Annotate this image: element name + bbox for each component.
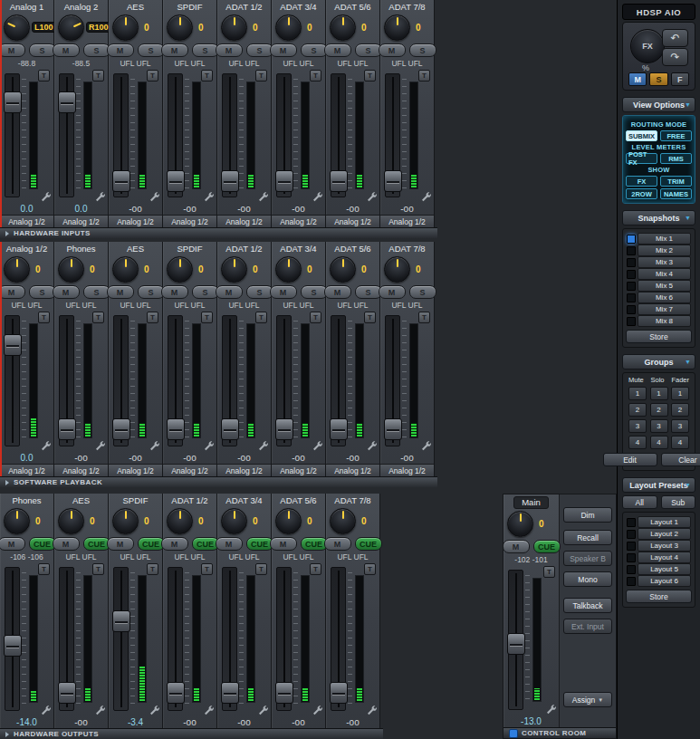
cr-talkback-button[interactable]: Talkback <box>563 598 612 613</box>
fader-handle[interactable] <box>275 682 293 704</box>
wrench-icon[interactable] <box>203 439 215 451</box>
fader-track[interactable] <box>113 73 129 197</box>
channel-knob[interactable] <box>4 256 30 283</box>
channel-knob[interactable] <box>507 511 533 537</box>
trim-button[interactable]: T <box>364 312 376 323</box>
trim-button[interactable]: T <box>38 563 50 575</box>
view-option-fx[interactable]: FX <box>626 176 657 187</box>
section-header-software-playback[interactable]: SOFTWARE PLAYBACK <box>0 476 437 487</box>
fader-track[interactable] <box>276 73 292 197</box>
fader-handle[interactable] <box>4 334 22 356</box>
mute-button[interactable]: M <box>0 537 25 551</box>
wrench-icon[interactable] <box>149 190 160 202</box>
cue-button[interactable]: CUE <box>355 537 382 551</box>
group-mute-2-button[interactable]: 2 <box>628 403 647 417</box>
fader-handle[interactable] <box>275 418 293 440</box>
cr-mono-button[interactable]: Mono <box>563 571 612 587</box>
mute-button[interactable]: M <box>161 537 188 551</box>
fader-handle[interactable] <box>507 633 525 655</box>
trim-button[interactable]: T <box>147 70 158 82</box>
wrench-icon[interactable] <box>366 190 378 202</box>
trim-button[interactable]: T <box>418 70 430 82</box>
view-option-post-fx[interactable]: POST FX <box>626 153 657 164</box>
trim-button[interactable]: T <box>92 312 104 323</box>
channel-knob[interactable] <box>4 508 30 534</box>
fader-handle[interactable] <box>330 682 348 704</box>
fader-handle[interactable] <box>330 418 348 440</box>
cr-recall-button[interactable]: Recall <box>563 530 612 545</box>
group-solo-1-button[interactable]: 1 <box>650 387 668 400</box>
fader-track[interactable] <box>59 73 74 197</box>
wrench-icon[interactable] <box>312 439 323 451</box>
snapshots-header[interactable]: Snapshots ▼ <box>622 210 695 226</box>
fader-track[interactable] <box>222 315 237 446</box>
channel-knob[interactable] <box>384 14 410 41</box>
trim-button[interactable]: T <box>418 312 430 323</box>
output-assignment[interactable]: Analog 1/2 <box>217 464 271 476</box>
fader-handle[interactable] <box>330 170 348 192</box>
wrench-icon[interactable] <box>40 439 52 451</box>
fader-track[interactable] <box>331 567 346 711</box>
groups-header[interactable]: Groups ▼ <box>622 354 695 370</box>
channel-knob[interactable] <box>4 14 30 41</box>
output-assignment[interactable]: Analog 1/2 <box>0 464 53 476</box>
mute-button[interactable]: M <box>216 285 243 299</box>
channel-knob[interactable] <box>167 508 193 534</box>
fader-track[interactable] <box>168 315 183 446</box>
group-fader-2-button[interactable]: 2 <box>671 403 689 417</box>
fader-track[interactable] <box>276 567 292 711</box>
channel-knob[interactable] <box>275 256 302 283</box>
channel-knob[interactable] <box>275 14 302 41</box>
group-fader-1-button[interactable]: 1 <box>671 387 689 400</box>
wrench-icon[interactable] <box>149 704 160 715</box>
view-option-submix[interactable]: SUBMIX <box>626 130 657 141</box>
channel-knob[interactable] <box>58 508 84 534</box>
fader-handle[interactable] <box>4 635 22 657</box>
mute-button[interactable]: M <box>161 285 188 299</box>
cr-assign-button[interactable]: Assign▼ <box>563 692 612 707</box>
mute-button[interactable]: M <box>107 43 134 57</box>
mute-button[interactable]: M <box>0 285 25 299</box>
fader-handle[interactable] <box>4 91 22 113</box>
channel-knob[interactable] <box>112 14 139 41</box>
fader-handle[interactable] <box>221 170 239 192</box>
cr-dim-button[interactable]: Dim <box>563 507 612 523</box>
wrench-icon[interactable] <box>366 439 378 451</box>
mute-button[interactable]: M <box>53 537 80 551</box>
trim-button[interactable]: T <box>310 70 321 82</box>
fader-track[interactable] <box>385 73 400 197</box>
trim-button[interactable]: T <box>38 312 50 323</box>
channel-knob[interactable] <box>330 508 356 534</box>
output-assignment[interactable]: Analog 1/2 <box>272 464 325 476</box>
mute-button[interactable]: M <box>324 43 351 57</box>
mute-button[interactable]: M <box>324 285 351 299</box>
undo-icon[interactable]: ↶ <box>662 29 688 47</box>
section-header-control-room[interactable]: CONTROL ROOM <box>503 727 616 738</box>
wrench-icon[interactable] <box>94 704 106 715</box>
output-assignment[interactable]: Analog 1/2 <box>54 215 108 227</box>
fader-track[interactable] <box>331 73 346 197</box>
fader-handle[interactable] <box>58 682 76 704</box>
fader-track[interactable] <box>331 315 346 446</box>
fader-handle[interactable] <box>58 418 76 440</box>
wrench-icon[interactable] <box>40 704 52 715</box>
fader-track[interactable] <box>113 315 129 446</box>
wrench-icon[interactable] <box>40 190 52 202</box>
trim-button[interactable]: T <box>310 312 321 323</box>
layouts-store-button[interactable]: Store <box>626 590 692 603</box>
fader-track[interactable] <box>5 315 20 446</box>
fader-track[interactable] <box>508 570 523 710</box>
mute-button[interactable]: M <box>161 43 188 57</box>
global-fader-button[interactable]: F <box>671 72 689 86</box>
view-option-free[interactable]: FREE <box>660 130 692 141</box>
trim-button[interactable]: T <box>147 563 158 575</box>
trim-button[interactable]: T <box>364 563 376 575</box>
layout-item[interactable]: Layout 3 <box>627 541 691 551</box>
output-assignment[interactable]: Analog 1/2 <box>109 215 162 227</box>
group-fader-3-button[interactable]: 3 <box>671 419 689 433</box>
mute-button[interactable]: M <box>216 43 243 57</box>
output-assignment[interactable]: Analog 1/2 <box>109 464 162 476</box>
wrench-icon[interactable] <box>203 704 215 715</box>
channel-knob[interactable] <box>58 14 84 41</box>
layout-filter-all-button[interactable]: All <box>622 495 657 509</box>
